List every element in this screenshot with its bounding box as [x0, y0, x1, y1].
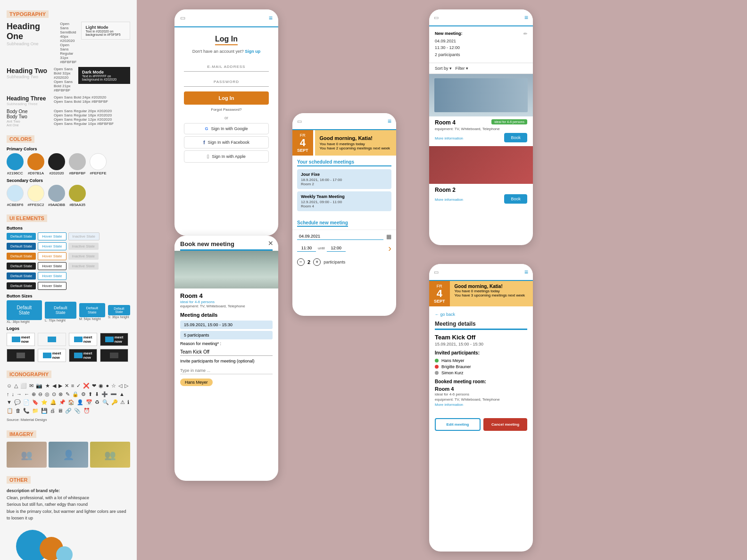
btn-dark-inactive[interactable]: Inactive State: [68, 263, 99, 270]
btn-inactive-2[interactable]: Inactive State: [68, 243, 99, 250]
light-mode-box: Light Mode Text in #202020 on background…: [81, 22, 130, 40]
btn-size-s[interactable]: Default State: [108, 305, 130, 315]
status-dot-red: [435, 365, 439, 369]
btn-filled-hover-2[interactable]: Hover State: [38, 272, 66, 280]
btn-dark-hover-2[interactable]: Hover State: [38, 282, 66, 290]
logo-icon-dark: [7, 349, 35, 362]
email-input[interactable]: [184, 62, 269, 72]
facebook-signin-button[interactable]: f Sign In with Facebook: [184, 136, 269, 148]
until-text: until: [318, 246, 325, 250]
doc-icon-det: ▭: [434, 269, 439, 275]
menu-icon-rooms[interactable]: ≡: [524, 14, 528, 21]
phone-book: ✕ Book new meeting Room 4 ideal for 4-6 …: [174, 236, 278, 481]
btn-size-xl[interactable]: Default State: [7, 300, 42, 320]
details-section-title: Meeting details: [435, 321, 527, 330]
menu-icon-det[interactable]: ≡: [524, 268, 528, 276]
btn-blue-default[interactable]: Default State: [7, 233, 36, 240]
menu-icon-dash[interactable]: ≡: [388, 117, 391, 125]
det-day-number: 4: [434, 288, 445, 299]
close-button[interactable]: ✕: [268, 239, 274, 247]
meeting-room-1: Room 2: [301, 182, 388, 186]
btn-orange-default[interactable]: Default State: [7, 253, 36, 260]
more-info-link-2[interactable]: More information: [435, 198, 463, 202]
swatch-rust: #B5AA35: [69, 185, 86, 207]
meeting-card-2[interactable]: Weekly Team Meeting 12.9.2021, 09:00 - 1…: [297, 191, 391, 211]
btn-orange-inactive[interactable]: Inactive State: [68, 253, 99, 260]
phone-details: ▭ ≡ FR 4 SEPT Good morning, Katia! You h…: [429, 264, 533, 552]
booked-room-name: Room 4: [435, 386, 527, 392]
meeting-card-1[interactable]: Jour Fixe 18.9.2021, 16:00 - 17:00 Room …: [297, 169, 391, 189]
reason-input[interactable]: [180, 348, 273, 356]
book-title: Book new meeting: [180, 240, 273, 251]
start-time-input[interactable]: [297, 245, 316, 252]
btn-size-l[interactable]: Default State: [45, 302, 76, 319]
signup-link[interactable]: Sign up: [245, 49, 260, 54]
more-info-link-1[interactable]: More information: [435, 136, 463, 140]
status-dot-grey: [435, 371, 439, 375]
apple-signin-button[interactable]:  Sign In with Apple: [184, 150, 269, 163]
swatch-lightyellow: #FFESC2: [27, 185, 44, 207]
more-info-link-det[interactable]: More information: [435, 403, 527, 407]
edit-meeting-button[interactable]: Edit meeting: [435, 418, 481, 431]
details-date-row: FR 4 SEPT Good morning, Katia! You have …: [429, 281, 533, 306]
other-title: OTHER: [7, 476, 31, 484]
plus-button[interactable]: +: [313, 258, 321, 266]
book-button-1[interactable]: Book: [504, 133, 527, 142]
login-button[interactable]: Log In: [184, 91, 269, 105]
participant-2: Brigitte Brauner: [435, 364, 527, 369]
btn-dark-default[interactable]: Default State: [7, 263, 36, 270]
login-header-bar: ▭ ≡: [174, 9, 278, 27]
minus-button[interactable]: −: [297, 258, 305, 266]
imagery-title: IMAGERY: [7, 430, 36, 438]
btn-size-m[interactable]: Default State: [79, 303, 105, 317]
heading-two-demo: Heading Two: [7, 67, 49, 74]
phone-rooms: ▭ ≡ New meeting: 04.09.2021 11:30 - 12:0…: [429, 9, 533, 245]
schedule-date-input[interactable]: [297, 233, 383, 240]
forgot-password-link[interactable]: Forgot Password?: [184, 107, 269, 112]
dashboard-date-row: FR 4 SEPT Good morning, Katia! You have …: [292, 130, 396, 156]
edit-icon[interactable]: ✏: [523, 31, 527, 36]
next-arrow-icon[interactable]: ›: [388, 243, 391, 254]
booked-room-label: Booked meeting room:: [435, 379, 527, 384]
book-button-2[interactable]: Book: [504, 194, 527, 204]
password-input[interactable]: [184, 77, 269, 87]
btn-filled-default-2[interactable]: Default State: [7, 272, 36, 280]
logo-icon-1: [38, 333, 66, 346]
btn-orange-hover[interactable]: Hover State: [38, 252, 66, 260]
sort-button[interactable]: Sort by ▾: [435, 66, 452, 71]
new-meeting-box: New meeting: 04.09.2021 11:30 - 12:00 2 …: [429, 26, 533, 63]
meeting-date-rooms: 04.09.2021 11:30 - 12:00 2 participants: [435, 38, 463, 58]
scheduled-meetings: Your scheduled meetings Jour Fixe 18.9.2…: [292, 156, 396, 217]
brand-circles: [7, 525, 130, 560]
meeting-date-1: 18.9.2021, 16:00 - 17:00: [301, 178, 388, 182]
doc-icon: ▭: [180, 15, 185, 21]
reason-label: Reason for meeting* :: [180, 341, 273, 346]
end-time-input[interactable]: [327, 245, 346, 252]
filter-button[interactable]: Filter ▾: [456, 66, 468, 71]
meeting-name-2: Weekly Team Meeting: [301, 194, 388, 199]
booked-room-desc: ideal for 4-6 persons: [435, 392, 527, 396]
btn-dark-hover[interactable]: Hover State: [38, 262, 66, 270]
btn-blue-default-2[interactable]: Default State: [7, 243, 36, 250]
cancel-meeting-button[interactable]: Cancel meeting: [483, 418, 527, 431]
invite-input[interactable]: [180, 367, 273, 374]
img-people-3: 👥: [90, 442, 130, 468]
logo-light-2: meetnow: [38, 349, 66, 362]
participant-name-3: Simon Kurz: [441, 371, 464, 375]
hamburger-icon[interactable]: ≡: [269, 14, 273, 22]
btn-blue-inactive[interactable]: Inactive State: [68, 232, 100, 240]
new-meeting-label: New meeting:: [435, 31, 463, 36]
btn-blue-hover-2[interactable]: Hover State: [38, 242, 66, 250]
calendar-icon[interactable]: ▦: [386, 233, 391, 240]
go-back-link[interactable]: ← go back: [435, 312, 455, 317]
det-date-block: FR 4 SEPT: [429, 281, 450, 306]
meeting-participants-detail: 5 participants: [180, 331, 273, 339]
or-divider: or: [184, 115, 269, 120]
btn-dark-default-2[interactable]: Default State: [7, 282, 36, 289]
month-label: SEPT: [297, 148, 308, 153]
schedule-link[interactable]: Schedule new meeting: [297, 220, 348, 227]
btn-blue-hover[interactable]: Hover State: [38, 232, 66, 240]
img-people-2: 👤: [49, 442, 89, 468]
google-signin-button[interactable]: G Sign In with Google: [184, 123, 269, 134]
img-people-1: 👥: [7, 442, 47, 468]
